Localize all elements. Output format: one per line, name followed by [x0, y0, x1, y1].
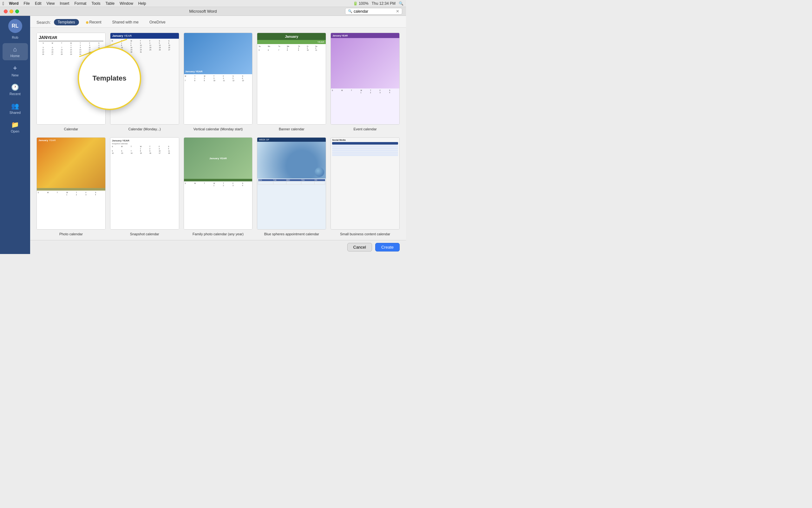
sidebar-item-open[interactable]: 📁 Open — [3, 118, 28, 136]
template-name-vertical: Vertical calendar (Monday start) — [194, 127, 243, 131]
menubar:  Word File Edit View Insert Format Tool… — [0, 0, 406, 7]
search-input[interactable] — [354, 9, 395, 14]
menubar-word[interactable]: Word — [7, 1, 21, 6]
menubar-insert[interactable]: Insert — [57, 1, 71, 6]
minimize-button[interactable] — [9, 9, 13, 13]
template-name-sm-biz: Small business content calendar — [340, 232, 390, 236]
template-item-snapshot[interactable]: January YEAR Snapshot calendar SMTWTFS 1… — [110, 137, 179, 236]
filter-tab-onedrive[interactable]: OneDrive — [146, 19, 169, 26]
template-thumb-family: January YEAR SMTWTFS 1234 — [184, 137, 253, 229]
template-thumb-banner: January YEAR SuMoTuWeThFrSa 1234 5678910… — [257, 33, 326, 125]
menubar-right: 🔋 100% Thu 12:34 PM 🔍 — [353, 1, 403, 6]
main-container: RL Rob ⌂ Home + New 🕐 Recent 👥 Shared 📁 … — [0, 16, 406, 254]
template-name-snapshot: Snapshot calendar — [130, 232, 159, 236]
search-bar-area: Search: Templates Recent Shared with me … — [30, 16, 406, 28]
search-menubar-icon[interactable]: 🔍 — [399, 1, 403, 6]
menubar-window[interactable]: Window — [117, 1, 135, 6]
menubar-help[interactable]: Help — [136, 1, 149, 6]
sidebar-label-shared: Shared — [9, 111, 21, 115]
content-area: Search: Templates Recent Shared with me … — [30, 16, 406, 254]
template-item-banner[interactable]: January YEAR SuMoTuWeThFrSa 1234 5678910… — [257, 33, 326, 131]
template-name-calendar: Calendar — [64, 127, 78, 131]
cancel-button[interactable]: Cancel — [347, 243, 372, 251]
template-thumb-blue-spheres: WEEK OF MONTUEWEDTHUFRI — [257, 137, 326, 229]
shared-icon: 👥 — [11, 102, 19, 110]
template-item-photo[interactable]: January YEAR SMTWTFS 1234 Photo calendar — [37, 137, 106, 236]
template-thumb-event: January YEAR SMTWTFS 1234 — [330, 33, 400, 125]
menubar-tools[interactable]: Tools — [89, 1, 103, 6]
tooltip-circle: Templates — [78, 47, 141, 110]
clear-search-icon[interactable]: ✕ — [396, 9, 399, 14]
sidebar-label-new: New — [11, 73, 18, 77]
user-name: Rob — [12, 36, 18, 39]
menubar-view[interactable]: View — [44, 1, 57, 6]
filter-tab-templates[interactable]: Templates — [54, 19, 79, 26]
sidebar-label-home: Home — [10, 54, 20, 58]
menubar-format[interactable]: Format — [72, 1, 88, 6]
home-icon: ⌂ — [13, 46, 17, 53]
menubar-edit[interactable]: Edit — [33, 1, 44, 6]
new-icon: + — [13, 64, 17, 72]
clock: Thu 12:34 PM — [372, 1, 396, 6]
template-name-photo: Photo calendar — [59, 232, 83, 236]
recent-icon: 🕐 — [11, 83, 19, 91]
tooltip-label: Templates — [92, 74, 126, 82]
template-item-sm-biz[interactable]: Social Media Small business content — [330, 137, 400, 236]
sidebar-label-open: Open — [11, 129, 19, 133]
menubar-table[interactable]: Table — [103, 1, 117, 6]
template-thumb-vertical: January YEAR MTWTFSS 123456 78910111213 — [184, 33, 253, 125]
open-icon: 📁 — [11, 121, 19, 128]
template-item-event[interactable]: January YEAR SMTWTFS 1234 Event calendar — [330, 33, 400, 131]
template-name-event: Event calendar — [353, 127, 376, 131]
sidebar: RL Rob ⌂ Home + New 🕐 Recent 👥 Shared 📁 … — [0, 16, 30, 254]
sidebar-item-new[interactable]: + New — [3, 61, 28, 80]
template-name-banner: Banner calendar — [279, 127, 304, 131]
create-button[interactable]: Create — [375, 243, 400, 251]
window-title: Microsoft Word — [189, 9, 217, 14]
user-avatar: RL — [8, 19, 22, 33]
recent-dot — [86, 21, 88, 24]
search-icon: 🔍 — [348, 9, 353, 13]
sidebar-item-recent[interactable]: 🕐 Recent — [3, 81, 28, 98]
template-item-family[interactable]: January YEAR SMTWTFS 1234 Family photo c… — [184, 137, 253, 236]
template-name-family: Family photo calendar (any year) — [193, 232, 244, 236]
sidebar-item-shared[interactable]: 👥 Shared — [3, 99, 28, 117]
titlebar: Microsoft Word 🔍 ✕ — [0, 7, 406, 16]
traffic-lights — [4, 9, 19, 13]
filter-tab-recent[interactable]: Recent — [82, 19, 105, 26]
apple-menu[interactable]:  — [3, 1, 4, 6]
system-icons: 🔋 100% — [353, 1, 369, 6]
template-name-monday: Calendar (Monday...) — [128, 127, 161, 131]
sidebar-item-home[interactable]: ⌂ Home — [3, 43, 28, 60]
template-item-blue-spheres[interactable]: WEEK OF MONTUEWEDTHUFRI — [257, 137, 326, 236]
template-thumb-photo: January YEAR SMTWTFS 1234 — [37, 137, 106, 229]
template-name-blue-spheres: Blue spheres appointment calendar — [264, 232, 319, 236]
close-button[interactable] — [4, 9, 8, 13]
maximize-button[interactable] — [15, 9, 19, 13]
titlebar-search-box[interactable]: 🔍 ✕ — [345, 8, 402, 14]
search-label: Search: — [37, 20, 51, 25]
bottom-bar: Cancel Create — [30, 240, 406, 254]
template-thumb-snapshot: January YEAR Snapshot calendar SMTWTFS 1… — [110, 137, 179, 229]
menubar-file[interactable]: File — [22, 1, 32, 6]
filter-tab-shared[interactable]: Shared with me — [109, 19, 143, 26]
sidebar-label-recent: Recent — [9, 92, 21, 96]
template-item-vertical[interactable]: January YEAR MTWTFSS 123456 78910111213 — [184, 33, 253, 131]
template-thumb-sm-biz: Social Media — [330, 137, 400, 229]
